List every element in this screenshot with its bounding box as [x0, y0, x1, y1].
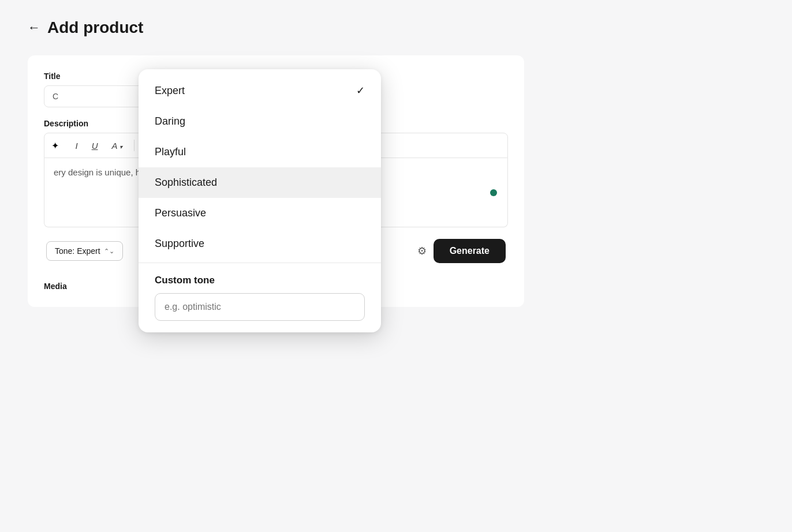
custom-tone-input[interactable]: [155, 293, 365, 321]
page-title: Add product: [47, 18, 143, 37]
toolbar-separator-1: [134, 140, 135, 151]
generate-button[interactable]: Generate: [434, 239, 506, 263]
dropdown-divider: [139, 263, 381, 263]
dropdown-item-playful[interactable]: Playful: [139, 137, 381, 167]
back-arrow-icon[interactable]: ←: [28, 20, 40, 35]
page-background: ← Add product Title Description ✦ I U A …: [0, 0, 792, 532]
dropdown-item-label-sophisticated: Sophisticated: [155, 177, 217, 189]
dropdown-item-expert[interactable]: Expert✓: [139, 75, 381, 106]
dropdown-item-label-playful: Playful: [155, 146, 186, 158]
font-color-button[interactable]: A ▾: [107, 138, 127, 153]
dropdown-item-supportive[interactable]: Supportive: [139, 228, 381, 259]
tone-label: Tone: Expert: [55, 246, 100, 256]
italic-button[interactable]: I: [70, 138, 82, 153]
dropdown-item-label-persuasive: Persuasive: [155, 207, 206, 219]
dropdown-item-label-supportive: Supportive: [155, 238, 204, 250]
dropdown-item-daring[interactable]: Daring: [139, 106, 381, 137]
green-dot-indicator: [490, 189, 497, 196]
dropdown-item-label-daring: Daring: [155, 115, 185, 128]
check-icon-expert: ✓: [356, 84, 365, 97]
page-header: ← Add product: [28, 18, 764, 37]
dropdown-item-sophisticated[interactable]: Sophisticated: [139, 167, 381, 198]
sparkle-icon: ✦: [51, 140, 59, 151]
tone-dropdown: Expert✓DaringPlayfulSophisticatedPersuas…: [139, 69, 381, 332]
underline-button[interactable]: U: [87, 138, 103, 153]
custom-tone-section: Custom tone: [139, 267, 381, 332]
dropdown-item-persuasive[interactable]: Persuasive: [139, 198, 381, 228]
custom-tone-label: Custom tone: [155, 275, 365, 286]
updown-icon: ⌃⌄: [104, 248, 114, 255]
dropdown-item-label-expert: Expert: [155, 85, 185, 97]
right-actions: ⚙ Generate: [417, 239, 506, 263]
settings-icon-button[interactable]: ⚙: [417, 245, 427, 257]
tone-selector-button[interactable]: Tone: Expert ⌃⌄: [46, 241, 123, 261]
